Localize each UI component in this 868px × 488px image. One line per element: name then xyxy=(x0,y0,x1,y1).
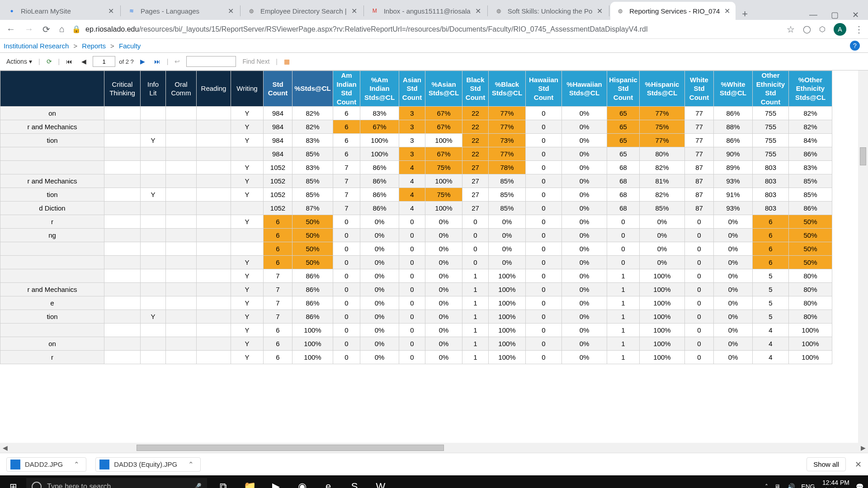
column-header[interactable]: OralComm xyxy=(166,71,197,107)
window-minimize-icon[interactable]: — xyxy=(809,10,817,20)
column-header[interactable]: HispanicStdCount xyxy=(607,71,640,107)
column-header[interactable]: AmIndianStdCount xyxy=(333,71,360,107)
find-input[interactable] xyxy=(186,56,236,67)
column-header[interactable]: StdCount xyxy=(264,71,292,107)
row-label: tion xyxy=(0,134,104,147)
chevron-up-icon[interactable]: ⌃ xyxy=(188,460,194,469)
mic-icon[interactable]: 🎤 xyxy=(193,483,202,488)
file-explorer-icon[interactable]: 📁 xyxy=(239,476,260,488)
column-header[interactable]: Reading xyxy=(197,71,231,107)
show-all-downloads-button[interactable]: Show all xyxy=(807,457,846,471)
tab-close-icon[interactable]: ✕ xyxy=(720,7,730,15)
skype-icon[interactable]: S xyxy=(344,476,365,488)
column-header[interactable]: %BlackStds@CL xyxy=(489,71,526,107)
help-icon[interactable]: ? xyxy=(850,41,860,51)
bookmark-star-icon[interactable]: ☆ xyxy=(787,24,795,35)
cell: 0 xyxy=(526,134,562,147)
horizontal-scrollbar[interactable]: ◀ ▶ xyxy=(0,443,868,453)
tab-close-icon[interactable]: ✕ xyxy=(347,7,357,15)
edge-icon[interactable]: e xyxy=(317,476,339,488)
report-viewport[interactable]: CriticalThinkingInfoLitOralCommReadingWr… xyxy=(0,70,868,443)
row-label xyxy=(0,147,104,161)
tray-lang[interactable]: ENG xyxy=(801,483,815,488)
chrome-menu-icon[interactable]: ⋮ xyxy=(854,24,863,35)
cell xyxy=(197,215,231,229)
breadcrumb-link[interactable]: Institutional Research xyxy=(4,42,69,50)
column-header[interactable]: %HispanicStds@CL xyxy=(640,71,685,107)
column-header[interactable]: InfoLit xyxy=(141,71,166,107)
browser-tab[interactable]: ≋Pages - Languages✕ xyxy=(122,2,239,20)
column-header[interactable]: HawaiianStdCount xyxy=(526,71,562,107)
prev-page-icon[interactable]: ◀ xyxy=(79,57,89,66)
page-number-input[interactable] xyxy=(93,56,115,67)
cell: 75% xyxy=(425,161,462,174)
task-view-icon[interactable]: ⧉ xyxy=(212,476,234,488)
column-header[interactable]: OtherEthnicityStdCount xyxy=(753,71,789,107)
column-header[interactable]: %AmIndianStds@CL xyxy=(360,71,399,107)
cell: Y xyxy=(231,310,264,324)
breadcrumb-link[interactable]: Reports xyxy=(82,42,106,50)
browser-tab[interactable]: MInbox - angus15111@riosala✕ xyxy=(365,2,486,20)
column-header[interactable]: AsianStdCount xyxy=(399,71,425,107)
tab-close-icon[interactable]: ✕ xyxy=(223,7,234,15)
download-item[interactable]: DADD3 (Equity).JPG ⌃ xyxy=(95,457,201,472)
download-item[interactable]: DADD2.JPG ⌃ xyxy=(6,457,86,472)
tab-close-icon[interactable]: ✕ xyxy=(104,7,114,15)
last-page-icon[interactable]: ⏭ xyxy=(151,57,163,66)
refresh-report-icon[interactable]: ⟳ xyxy=(44,57,55,66)
find-next-button[interactable]: Find Next xyxy=(240,57,272,66)
notifications-icon[interactable]: 💬 xyxy=(856,483,863,488)
browser-tab[interactable]: ◍Soft Skills: Unlocking the Po✕ xyxy=(489,2,609,20)
vertical-scrollbar[interactable] xyxy=(858,70,868,443)
cell: 755 xyxy=(753,107,789,120)
profile-avatar[interactable]: A xyxy=(834,23,846,36)
cell xyxy=(166,188,197,202)
browser-tab[interactable]: ◍Employee Directory Search |✕ xyxy=(241,2,363,20)
cell: 0% xyxy=(714,296,753,310)
browser-tab[interactable]: ◍Reporting Services - RIO_074✕ xyxy=(610,2,736,20)
breadcrumb-link[interactable]: Faculty xyxy=(119,42,141,50)
column-header[interactable]: %OtherEthnicityStds@CL xyxy=(789,71,832,107)
tray-chevron-icon[interactable]: ˄ xyxy=(765,483,768,488)
column-header[interactable]: CriticalThinking xyxy=(104,71,141,107)
tray-volume-icon[interactable]: 🔊 xyxy=(787,483,795,488)
window-close-icon[interactable]: ✕ xyxy=(852,10,859,20)
column-header[interactable]: %Stds@CL xyxy=(292,71,333,107)
column-header[interactable]: %WhiteStd@CL xyxy=(714,71,753,107)
column-header[interactable]: BlackStdCount xyxy=(462,71,489,107)
tray-display-icon[interactable]: 🖥 xyxy=(774,483,781,488)
cell: 4 xyxy=(753,324,789,337)
column-header[interactable]: Writing xyxy=(231,71,264,107)
chrome-icon[interactable]: ◉ xyxy=(291,476,313,488)
cell: 0% xyxy=(425,310,462,324)
extension-icon[interactable]: ◯ xyxy=(803,25,811,33)
cell: 100% xyxy=(360,134,399,147)
column-header[interactable]: WhiteStdCount xyxy=(685,71,714,107)
new-tab-button[interactable]: + xyxy=(736,8,754,20)
actions-menu[interactable]: Actions ▾ xyxy=(4,57,35,66)
window-maximize-icon[interactable]: ▢ xyxy=(831,10,839,20)
column-header[interactable]: %AsianStds@CL xyxy=(425,71,462,107)
chevron-up-icon[interactable]: ⌃ xyxy=(74,460,80,469)
tray-clock[interactable]: 12:44 PM 9/12/2019 xyxy=(821,479,849,488)
first-page-icon[interactable]: ⏮ xyxy=(63,57,75,66)
close-shelf-icon[interactable]: ✕ xyxy=(855,460,862,469)
browser-tab[interactable]: ●RioLearn MySite✕ xyxy=(2,2,119,20)
word-icon[interactable]: W xyxy=(370,476,392,488)
nav-reload-icon[interactable]: ⟳ xyxy=(41,22,52,37)
tab-close-icon[interactable]: ✕ xyxy=(592,7,603,15)
tab-close-icon[interactable]: ✕ xyxy=(471,7,481,15)
extension2-icon[interactable]: ⬡ xyxy=(819,25,826,33)
next-page-icon[interactable]: ▶ xyxy=(137,57,148,66)
back-parent-icon[interactable]: ↩ xyxy=(172,57,183,66)
nav-back-icon[interactable]: ← xyxy=(5,22,17,36)
media-app-icon[interactable]: ▶ xyxy=(265,476,287,488)
scrollbar-thumb[interactable] xyxy=(137,445,444,451)
nav-home-icon[interactable]: ⌂ xyxy=(57,22,66,36)
address-bar[interactable]: 🔒 ep.riosalado.edu/resources/bi/_layouts… xyxy=(72,25,781,33)
column-header[interactable]: %HawaiianStds@CL xyxy=(562,71,607,107)
atom-feed-icon[interactable]: ▦ xyxy=(281,57,292,66)
taskbar-search[interactable]: Type here to search 🎤 xyxy=(26,478,207,488)
nav-forward-icon[interactable]: → xyxy=(23,22,35,36)
start-button[interactable]: ⊞ xyxy=(0,481,26,488)
